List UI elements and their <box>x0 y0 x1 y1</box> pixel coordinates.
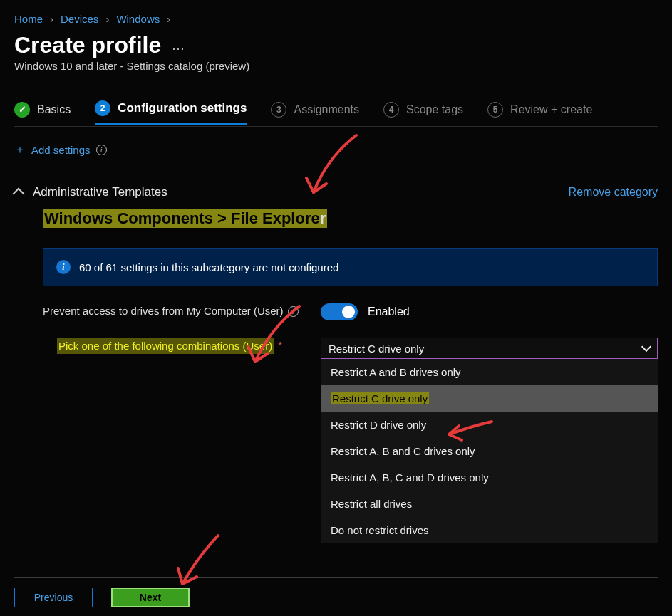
info-icon[interactable]: i <box>288 306 299 317</box>
required-marker: * <box>278 338 282 354</box>
page-subtitle: Windows 10 and later - Settings catalog … <box>14 60 658 72</box>
add-settings-link[interactable]: ＋ Add settings i <box>0 127 672 172</box>
step-configuration-settings[interactable]: 2Configuration settings <box>95 100 247 125</box>
select-option[interactable]: Restrict A and B drives only <box>321 359 658 385</box>
info-banner: i 60 of 61 settings in this subcategory … <box>43 248 658 286</box>
section-header: Administrative Templates Remove category <box>0 172 672 209</box>
select-value: Restrict C drive only <box>329 343 424 355</box>
select-option[interactable]: Restrict C drive only <box>321 385 658 412</box>
collapse-icon[interactable] <box>13 188 25 200</box>
info-icon: i <box>56 260 71 274</box>
breadcrumb-home[interactable]: Home <box>14 13 43 25</box>
page-header: Create profile ⋯ Windows 10 and later - … <box>0 32 672 79</box>
select-option[interactable]: Restrict A, B and C drives only <box>321 438 658 464</box>
section-title: Administrative Templates <box>33 185 167 199</box>
step-label: Review + create <box>510 103 592 116</box>
sub-setting-label: Pick one of the following combinations (… <box>57 338 274 354</box>
step-assignments[interactable]: 3Assignments <box>271 102 359 125</box>
info-icon[interactable]: i <box>96 145 107 155</box>
select-option[interactable]: Restrict D drive only <box>321 412 658 438</box>
breadcrumb-devices[interactable]: Devices <box>61 13 98 25</box>
select-option[interactable]: Restrict A, B, C and D drives only <box>321 464 658 491</box>
wizard-stepper: Basics2Configuration settings3Assignment… <box>0 79 672 126</box>
plus-icon: ＋ <box>14 142 26 157</box>
breadcrumb-windows[interactable]: Windows <box>116 13 160 25</box>
divider <box>14 577 658 578</box>
page-title: Create profile <box>14 32 161 58</box>
more-menu-icon[interactable]: ⋯ <box>172 41 185 56</box>
step-label: Basics <box>37 103 71 116</box>
step-number: 2 <box>95 100 110 116</box>
step-scope-tags[interactable]: 4Scope tags <box>383 102 463 125</box>
wizard-footer: Previous Next <box>14 588 190 607</box>
breadcrumb-separator: › <box>105 13 109 25</box>
category-path: Windows Components > File Explorer <box>43 209 327 228</box>
step-label: Configuration settings <box>118 101 247 115</box>
step-label: Assignments <box>294 103 359 116</box>
banner-text: 60 of 61 settings in this subcategory ar… <box>79 261 338 273</box>
select-option[interactable]: Restrict all drives <box>321 491 658 517</box>
breadcrumb-separator: › <box>50 13 53 25</box>
toggle-label: Enabled <box>368 306 410 318</box>
select-option[interactable]: Do not restrict drives <box>321 517 658 543</box>
step-review-create[interactable]: 5Review + create <box>487 102 592 125</box>
remove-category-link[interactable]: Remove category <box>569 186 658 199</box>
next-button[interactable]: Next <box>111 588 190 607</box>
add-settings-label: Add settings <box>31 144 91 156</box>
step-number: 5 <box>487 102 503 118</box>
breadcrumb: Home › Devices › Windows › <box>0 0 672 32</box>
combinations-select[interactable]: Restrict C drive only <box>321 338 658 359</box>
select-options: Restrict A and B drives onlyRestrict C d… <box>321 359 658 543</box>
setting-label: Prevent access to drives from My Compute… <box>43 303 321 320</box>
chevron-down-icon <box>641 342 651 352</box>
annotation-arrow <box>168 530 232 594</box>
breadcrumb-separator: › <box>167 13 170 25</box>
step-number: 3 <box>271 102 286 118</box>
previous-button[interactable]: Previous <box>14 588 93 607</box>
enabled-toggle[interactable] <box>321 303 358 320</box>
step-basics[interactable]: Basics <box>14 102 71 125</box>
step-number: 4 <box>383 102 399 118</box>
step-number <box>14 102 30 118</box>
step-label: Scope tags <box>406 103 463 116</box>
